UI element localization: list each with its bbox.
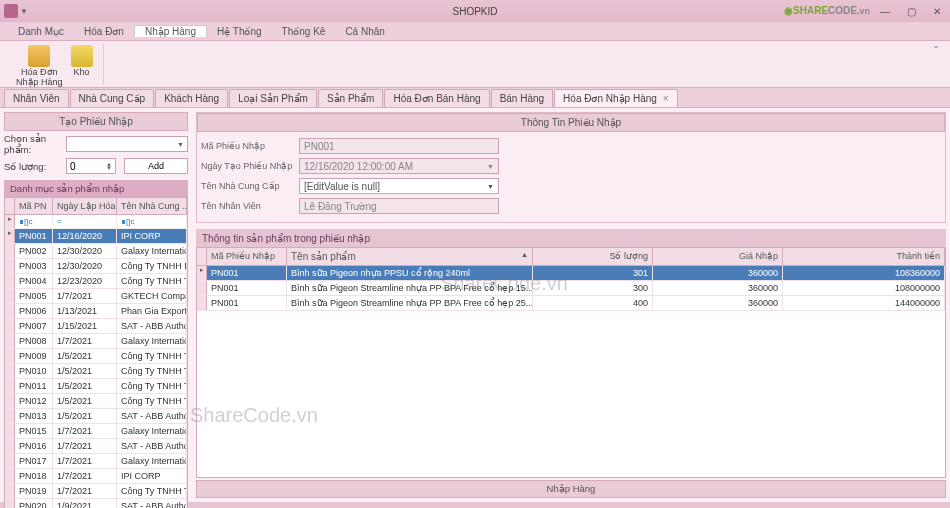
close-icon[interactable]: × [663, 93, 669, 104]
table-row[interactable]: PN0081/7/2021Galaxy Internatio... [5, 334, 187, 349]
table-row[interactable]: PN0121/5/2021Công Ty TNHH T... [5, 394, 187, 409]
tab-nhanvien[interactable]: Nhân Viên [4, 89, 69, 107]
table-row[interactable]: PN0171/7/2021Galaxy Internatio... [5, 454, 187, 469]
left-panel: Tạo Phiếu Nhập Chọn sản phẩm: ▼ Số lượng… [0, 108, 192, 502]
minimize-button[interactable]: — [872, 2, 898, 20]
table-row[interactable]: PN001Bình sữa Pigeon Streamline nhựa PP … [197, 281, 945, 296]
table-row[interactable]: PN0111/5/2021Công Ty TNHH T... [5, 379, 187, 394]
receipt-list-header: Danh mục sản phẩm nhập [4, 180, 188, 197]
input-nv: Lê Đăng Trường [299, 198, 499, 214]
tab-sanpham[interactable]: Sản Phẩm [318, 89, 384, 107]
dcol-ma[interactable]: Mã Phiếu Nhập [207, 248, 287, 265]
ribbon-collapse[interactable]: ˇ [928, 43, 944, 85]
tab-loaisanpham[interactable]: Loại Sản Phẩm [229, 89, 317, 107]
qty-label: Số lượng: [4, 161, 66, 172]
dcol-tt[interactable]: Thành tiền [783, 248, 945, 265]
input-ncc[interactable]: [EditValue is null]▼ [299, 178, 499, 194]
detail-header: Thông Tin Phiếu Nhập [197, 113, 945, 132]
tab-nhacungcap[interactable]: Nhà Cung Cấp [70, 89, 155, 107]
label-nv: Tên Nhân Viên [201, 201, 299, 211]
menu-canhan[interactable]: Cá Nhân [335, 26, 394, 37]
product-select[interactable]: ▼ [66, 136, 188, 152]
dcol-ten[interactable]: Tên sản phẩm ▲ [287, 248, 533, 265]
heart-decor-icon [880, 232, 940, 244]
app-icon [4, 4, 18, 18]
table-row[interactable]: PN0131/5/2021SAT - ABB Autho... [5, 409, 187, 424]
ribbon-kho[interactable]: Kho [67, 45, 97, 88]
table-row[interactable]: ▸PN00112/16/2020IPI CORP [5, 229, 187, 244]
filter-row[interactable]: ▸ ∎[]c = ∎[]c [5, 215, 187, 229]
table-row[interactable]: PN0151/7/2021Galaxy Internatio... [5, 424, 187, 439]
label-ma: Mã Phiếu Nhập [201, 141, 299, 151]
table-row[interactable]: PN0201/9/2021SAT - ABB Autho... [5, 499, 187, 508]
document-tabs: Nhân Viên Nhà Cung Cấp Khách Hàng Loại S… [0, 88, 950, 108]
titlebar: ▼ SHOPKID ◉SHARECODE.vn — ▢ ✕ [0, 0, 950, 22]
input-ngay[interactable]: 12/16/2020 12:00:00 AM▼ [299, 158, 499, 174]
ribbon: Hóa ĐơnNhập Hàng Kho ˇ [0, 41, 950, 88]
receipt-grid[interactable]: Mã PN Ngày Lập Hóa ... Tên Nhà Cung ... … [4, 197, 188, 508]
menubar: Danh Mục Hóa Đơn Nhập Hàng Hệ Thống Thốn… [0, 22, 950, 41]
qat-dropdown[interactable]: ▼ [20, 7, 28, 16]
table-row[interactable]: PN0191/7/2021Công Ty TNHH T... [5, 484, 187, 499]
qty-input[interactable]: 0▲▼ [66, 158, 116, 174]
table-row[interactable]: PN00412/23/2020Công Ty TNHH T... [5, 274, 187, 289]
label-ncc: Tên Nhà Cung Cấp [201, 181, 299, 191]
input-ma: PN001 [299, 138, 499, 154]
col-ngay[interactable]: Ngày Lập Hóa ... [53, 198, 117, 214]
nhaphang-button[interactable]: Nhập Hàng [196, 480, 946, 498]
product-label: Chọn sản phẩm: [4, 133, 66, 155]
tab-hoadonnhaphang[interactable]: Hóa Đơn Nhập Hàng× [554, 89, 678, 107]
table-row[interactable]: PN0061/13/2021Phan Gia Export ... [5, 304, 187, 319]
dcol-sl[interactable]: Số lượng [533, 248, 653, 265]
menu-hethong[interactable]: Hệ Thống [207, 26, 272, 37]
close-button[interactable]: ✕ [924, 2, 950, 20]
table-row[interactable]: PN0091/5/2021Công Ty TNHH T... [5, 349, 187, 364]
table-row[interactable]: PN001Bình sữa Pigeon Streamline nhựa PP … [197, 296, 945, 311]
tab-hoadonbanhang[interactable]: Hóa Đơn Bán Hàng [384, 89, 489, 107]
menu-nhaphang[interactable]: Nhập Hàng [134, 25, 207, 37]
table-row[interactable]: PN0181/7/2021IPI CORP [5, 469, 187, 484]
main-content: Tạo Phiếu Nhập Chọn sản phẩm: ▼ Số lượng… [0, 108, 950, 502]
scale-icon [71, 45, 93, 67]
label-ngay: Ngày Tạo Phiếu Nhập [201, 161, 299, 171]
menu-hoadon[interactable]: Hóa Đơn [74, 26, 134, 37]
detail-grid-header: Thông tin sản phẩm trong phiếu nhập [196, 229, 946, 247]
menu-danhmuc[interactable]: Danh Mục [8, 26, 74, 37]
detail-form: Thông Tin Phiếu Nhập Mã Phiếu Nhập PN001… [196, 112, 946, 223]
ribbon-hoadon-nhaphang[interactable]: Hóa ĐơnNhập Hàng [12, 45, 67, 88]
table-row[interactable]: PN0161/7/2021SAT - ABB Autho... [5, 439, 187, 454]
table-row[interactable]: PN00312/30/2020Công Ty TNHH B... [5, 259, 187, 274]
table-row[interactable]: ▸PN001Bình sữa Pigeon nhựa PPSU cổ rộng … [197, 266, 945, 281]
col-ncc[interactable]: Tên Nhà Cung ... [117, 198, 187, 214]
box-icon [28, 45, 50, 67]
dcol-gia[interactable]: Giá Nhập [653, 248, 783, 265]
tab-banhang[interactable]: Bán Hàng [491, 89, 553, 107]
detail-grid[interactable]: Mã Phiếu Nhập Tên sản phẩm ▲ Số lượng Gi… [196, 247, 946, 478]
table-row[interactable]: PN00212/30/2020Galaxy Internatio... [5, 244, 187, 259]
col-mapn[interactable]: Mã PN [15, 198, 53, 214]
sharecode-logo: ◉SHARECODE.vn [784, 2, 870, 17]
tab-khachhang[interactable]: Khách Hàng [155, 89, 228, 107]
maximize-button[interactable]: ▢ [898, 2, 924, 20]
table-row[interactable]: PN0051/7/2021GKTECH Company [5, 289, 187, 304]
window-title: SHOPKID [452, 6, 497, 17]
right-panel: Thông Tin Phiếu Nhập Mã Phiếu Nhập PN001… [192, 108, 950, 502]
menu-thongke[interactable]: Thống Kê [272, 26, 336, 37]
table-row[interactable]: PN0071/15/2021SAT - ABB Autho... [5, 319, 187, 334]
create-receipt-header: Tạo Phiếu Nhập [4, 112, 188, 131]
table-row[interactable]: PN0101/5/2021Công Ty TNHH T... [5, 364, 187, 379]
add-button[interactable]: Add [124, 158, 188, 174]
